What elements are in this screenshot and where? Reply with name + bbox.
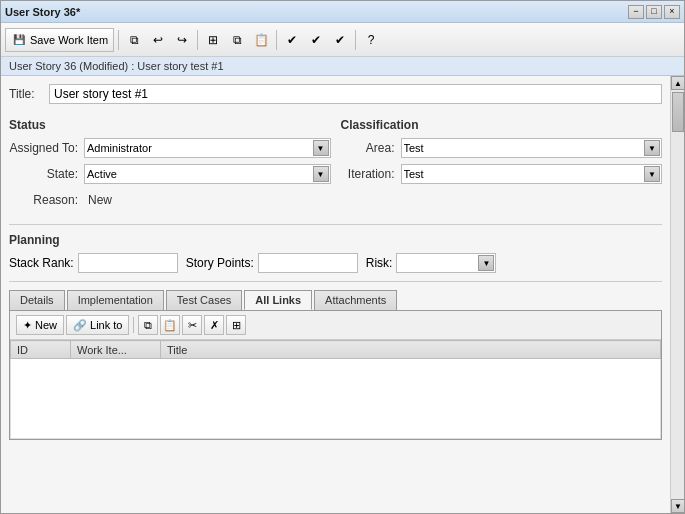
breadcrumb: User Story 36 (Modified) : User story te…	[1, 57, 684, 76]
toolbar-paste-button[interactable]: 📋	[250, 29, 272, 51]
reason-label: Reason:	[9, 193, 84, 207]
state-label: State:	[9, 167, 84, 181]
assigned-to-select[interactable]: Administrator	[84, 138, 331, 158]
iteration-select[interactable]: Test	[401, 164, 663, 184]
status-header: Status	[9, 118, 331, 132]
toolbar-separator-1	[118, 30, 119, 50]
toolbar-separator-2	[197, 30, 198, 50]
stack-rank-item: Stack Rank:	[9, 253, 178, 273]
scroll-track[interactable]	[671, 90, 684, 499]
save-label: Save Work Item	[30, 34, 108, 46]
table-empty-row	[11, 359, 661, 439]
classification-header: Classification	[341, 118, 663, 132]
toolbar-refresh-button[interactable]: ⊞	[202, 29, 224, 51]
area-select[interactable]: Test	[401, 138, 663, 158]
story-points-input[interactable]	[258, 253, 358, 273]
toolbar-copy2-button[interactable]: ⧉	[226, 29, 248, 51]
restore-button[interactable]: □	[646, 5, 662, 19]
open-link-button[interactable]: ⊞	[226, 315, 246, 335]
scroll-down-button[interactable]: ▼	[671, 499, 684, 513]
story-points-label: Story Points:	[186, 256, 254, 270]
link-to-button[interactable]: 🔗 Link to	[66, 315, 129, 335]
tab-implementation[interactable]: Implementation	[67, 290, 164, 310]
toolbar-check-button[interactable]: ✔	[281, 29, 303, 51]
divider-2	[9, 281, 662, 282]
tab-details[interactable]: Details	[9, 290, 65, 310]
minimize-button[interactable]: −	[628, 5, 644, 19]
link-icon: 🔗	[73, 319, 87, 332]
status-classification-row: Status Assigned To: Administrator ▼ Stat…	[9, 114, 662, 216]
form-area: Title: Status Assigned To: Administrator…	[1, 76, 670, 513]
status-section: Status Assigned To: Administrator ▼ Stat…	[9, 114, 331, 216]
divider-1	[9, 224, 662, 225]
reason-value: New	[84, 190, 116, 210]
table-header: ID Work Ite... Title	[11, 341, 661, 359]
title-bar: User Story 36* − □ ×	[1, 1, 684, 23]
main-window: User Story 36* − □ × 💾 Save Work Item ⧉ …	[0, 0, 685, 514]
cut-link-button[interactable]: ✂	[182, 315, 202, 335]
link-to-label: Link to	[90, 319, 122, 331]
title-section: Title:	[9, 84, 662, 104]
assigned-to-wrapper: Administrator ▼	[84, 138, 331, 158]
risk-label: Risk:	[366, 256, 393, 270]
area-label: Area:	[341, 141, 401, 155]
tab-attachments[interactable]: Attachments	[314, 290, 397, 310]
iteration-label: Iteration:	[341, 167, 401, 181]
toolbar-separator-3	[276, 30, 277, 50]
planning-row: Stack Rank: Story Points: Risk:	[9, 253, 662, 273]
breadcrumb-text: User Story 36 (Modified) : User story te…	[9, 60, 224, 72]
toolbar-undo-button[interactable]: ↩	[147, 29, 169, 51]
tabs-bar: Details Implementation Test Cases All Li…	[9, 290, 662, 311]
tab-content-all-links: ✦ New 🔗 Link to ⧉ 📋 ✂ ✗ ⊞	[9, 311, 662, 440]
state-row: State: Active ▼	[9, 164, 331, 184]
delete-link-button[interactable]: ✗	[204, 315, 224, 335]
toolbar-redo-button[interactable]: ↪	[171, 29, 193, 51]
links-table: ID Work Ite... Title	[10, 340, 661, 439]
title-bar-buttons: − □ ×	[628, 5, 680, 19]
col-work-item: Work Ite...	[71, 341, 161, 359]
col-title: Title	[161, 341, 661, 359]
stack-rank-label: Stack Rank:	[9, 256, 74, 270]
paste-link-button[interactable]: 📋	[160, 315, 180, 335]
new-label: New	[35, 319, 57, 331]
toolbar-check3-button[interactable]: ✔	[329, 29, 351, 51]
title-input[interactable]	[49, 84, 662, 104]
classification-section: Classification Area: Test ▼ Iteration:	[341, 114, 663, 216]
tab-all-links[interactable]: All Links	[244, 290, 312, 310]
new-icon: ✦	[23, 319, 32, 332]
scroll-up-button[interactable]: ▲	[671, 76, 684, 90]
stack-rank-input[interactable]	[78, 253, 178, 273]
toolbar-help-button[interactable]: ?	[360, 29, 382, 51]
new-link-button[interactable]: ✦ New	[16, 315, 64, 335]
toolbar-copy-button[interactable]: ⧉	[123, 29, 145, 51]
vertical-scrollbar: ▲ ▼	[670, 76, 684, 513]
planning-header: Planning	[9, 233, 662, 247]
col-id: ID	[11, 341, 71, 359]
state-wrapper: Active ▼	[84, 164, 331, 184]
scroll-thumb[interactable]	[672, 92, 684, 132]
table-header-row: ID Work Ite... Title	[11, 341, 661, 359]
planning-section: Planning Stack Rank: Story Points: Risk:	[9, 233, 662, 273]
bottom-section: Details Implementation Test Cases All Li…	[9, 290, 662, 440]
area-wrapper: Test ▼	[401, 138, 663, 158]
toolbar-check2-button[interactable]: ✔	[305, 29, 327, 51]
save-work-item-button[interactable]: 💾 Save Work Item	[5, 28, 114, 52]
risk-wrapper: ▼	[396, 253, 496, 273]
copy-link-button[interactable]: ⧉	[138, 315, 158, 335]
links-separator	[133, 317, 134, 333]
assigned-to-label: Assigned To:	[9, 141, 84, 155]
tab-test-cases[interactable]: Test Cases	[166, 290, 242, 310]
toolbar-separator-4	[355, 30, 356, 50]
close-button[interactable]: ×	[664, 5, 680, 19]
main-content: Title: Status Assigned To: Administrator…	[1, 76, 684, 513]
table-body	[11, 359, 661, 439]
links-table-area: ID Work Ite... Title	[10, 340, 661, 439]
reason-row: Reason: New	[9, 190, 331, 210]
window-title: User Story 36*	[5, 6, 80, 18]
iteration-wrapper: Test ▼	[401, 164, 663, 184]
story-points-item: Story Points:	[186, 253, 358, 273]
state-select[interactable]: Active	[84, 164, 331, 184]
risk-select[interactable]	[396, 253, 496, 273]
title-label: Title:	[9, 87, 49, 101]
toolbar: 💾 Save Work Item ⧉ ↩ ↪ ⊞ ⧉ 📋 ✔ ✔ ✔ ?	[1, 23, 684, 57]
